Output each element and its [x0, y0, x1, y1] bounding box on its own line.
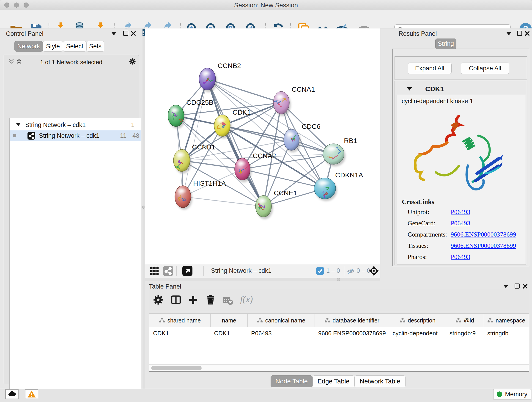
table-cell[interactable]: cyclin-dependent ... [389, 327, 446, 339]
column-header-name[interactable]: name [210, 314, 247, 327]
function-builder-button: f(x) [240, 294, 253, 305]
expand-all-button[interactable]: Expand All [408, 63, 452, 74]
node-label-CCNA2: CCNA2 [253, 152, 276, 160]
crosslink-link[interactable]: 9606.ENSP00000378699 [451, 231, 516, 238]
panel-menu-icon[interactable] [506, 32, 511, 35]
table-cell[interactable]: stringdb:9... [446, 327, 484, 339]
float-panel-icon[interactable] [517, 31, 522, 36]
network-node-CCNB2[interactable] [199, 68, 217, 92]
tab-network[interactable]: Network [14, 41, 43, 51]
edge-layer [176, 79, 334, 206]
collection-expander-icon[interactable] [16, 123, 21, 126]
control-panel-title: Control Panel [6, 30, 44, 37]
column-header-description[interactable]: description [389, 314, 446, 327]
crosshair-icon [368, 265, 380, 276]
entry-expander-icon[interactable] [407, 87, 412, 90]
tab-edge-table[interactable]: Edge Table [312, 375, 355, 387]
column-header-canonical-name[interactable]: canonical name [247, 314, 315, 327]
show-columns-icon[interactable] [170, 294, 182, 306]
table-cell[interactable]: P06493 [247, 327, 315, 339]
column-header-database-identifier[interactable]: database identifier [315, 314, 389, 327]
window-title: Session: New Session [0, 2, 532, 9]
edge-CCNB2-CCNA1[interactable] [207, 79, 281, 103]
warning-button[interactable] [25, 389, 38, 399]
tab-network-table[interactable]: Network Table [355, 375, 405, 387]
collection-name: String Network – cdk1 [25, 121, 86, 128]
table-row[interactable]: CDK1CDK1P064939606.ENSP00000378699cyclin… [149, 327, 529, 339]
network-status-dot-icon [13, 134, 16, 137]
node-label-CDKN1A: CDKN1A [335, 171, 363, 179]
edge-CCNB2-CCNE1[interactable] [207, 79, 264, 206]
tab-string[interactable]: String [435, 38, 456, 49]
panel-menu-icon[interactable] [503, 285, 508, 288]
network-name: String Network – cdk1 [39, 132, 99, 139]
crosslink-label: Pharos: [408, 253, 451, 261]
window-titlebar: Session: New Session [0, 0, 532, 10]
grid-icon [149, 266, 159, 276]
crosslink-link[interactable]: 9606.ENSP00000378699 [451, 242, 516, 249]
float-panel-icon[interactable] [515, 283, 520, 288]
table-cell[interactable]: CDK1 [149, 327, 210, 339]
selected-checkbox[interactable] [316, 267, 324, 275]
close-panel-icon[interactable] [522, 283, 528, 289]
scrollbar-thumb[interactable] [151, 366, 202, 370]
gear-icon[interactable] [128, 57, 136, 65]
left-splitter-handle[interactable] [142, 206, 145, 209]
collapse-all-button[interactable]: Collapse All [461, 63, 509, 74]
table-cell[interactable]: stringdb [484, 327, 529, 339]
network-collection-row[interactable]: String Network – cdk1 1 [10, 120, 141, 130]
network-node-CCNE1[interactable] [255, 196, 273, 219]
table-settings-gear-icon[interactable] [152, 294, 164, 306]
delete-column-trash-icon[interactable] [205, 294, 216, 306]
memory-button[interactable]: Memory [493, 389, 531, 400]
open-in-new-window-button[interactable] [182, 266, 192, 276]
center-view-button[interactable] [368, 265, 380, 277]
node-label-CDC6: CDC6 [302, 123, 321, 130]
close-panel-icon[interactable] [131, 31, 136, 36]
table-cell[interactable]: CDK1 [210, 327, 247, 339]
crosslink-row: Uniprot:P06493 [408, 208, 522, 216]
network-canvas[interactable]: CCNB2CCNA1CDC25BCDK1CDC6RB1CCNB1CCNA2CDK… [145, 28, 380, 264]
network-node-CCNB1[interactable] [173, 149, 191, 173]
column-header-shared-name[interactable]: shared name [149, 314, 210, 327]
add-column-icon[interactable] [187, 294, 199, 306]
results-entry: CDK1 cyclin-dependent kinase 1 CrossLi [394, 81, 527, 265]
edge-HIST1H1A-CCNE1[interactable] [183, 197, 264, 206]
network-row-selected[interactable]: String Network – cdk1 11 48 [10, 130, 141, 141]
tab-sets[interactable]: Sets [86, 41, 104, 51]
column-header--id[interactable]: @id [446, 314, 484, 327]
table-header-row: shared namenamecanonical namedatabase id… [149, 314, 529, 327]
crosslink-label: Compartments: [408, 231, 451, 238]
column-label: name [222, 317, 236, 324]
crosslink-link[interactable]: P06493 [451, 208, 470, 216]
bottom-splitter-handle[interactable] [337, 278, 340, 281]
delete-table-icon [222, 294, 234, 306]
network-node-RB1[interactable] [323, 144, 346, 166]
panel-menu-icon[interactable] [111, 32, 116, 35]
tab-node-table[interactable]: Node Table [271, 375, 312, 387]
external-link-icon [182, 266, 192, 276]
close-panel-icon[interactable] [525, 31, 530, 36]
float-panel-icon[interactable] [123, 31, 128, 36]
node-label-HIST1H1A: HIST1H1A [193, 179, 226, 187]
node-label-CCNB1: CCNB1 [192, 143, 215, 151]
column-header-namespace[interactable]: namespace [484, 314, 529, 327]
crosslink-label: Uniprot: [408, 208, 451, 216]
crosslink-link[interactable]: P06493 [451, 220, 470, 227]
string-network-icon [27, 132, 35, 140]
tab-select[interactable]: Select [63, 41, 86, 51]
table-cell[interactable]: 9606.ENSP00000378699 [315, 327, 389, 339]
tab-style[interactable]: Style [43, 41, 63, 51]
network-list: String Network – cdk1 1 String Network –… [9, 118, 141, 402]
horizontal-scrollbar[interactable] [149, 364, 529, 371]
network-view-button[interactable] [163, 266, 173, 276]
results-buttons-section: Expand All Collapse All [394, 56, 527, 80]
network-node-CDKN1A[interactable] [314, 178, 337, 201]
grid-view-button[interactable] [149, 266, 159, 276]
hidden-eye-icon [347, 267, 355, 275]
crosslink-link[interactable]: P06493 [451, 253, 470, 261]
cloud-status-button[interactable] [5, 389, 19, 399]
shared-column-tree-icon [257, 318, 263, 324]
network-graph[interactable]: CCNB2CCNA1CDC25BCDK1CDC6RB1CCNB1CCNA2CDK… [145, 28, 380, 264]
network-node-HIST1H1A[interactable] [175, 186, 192, 210]
